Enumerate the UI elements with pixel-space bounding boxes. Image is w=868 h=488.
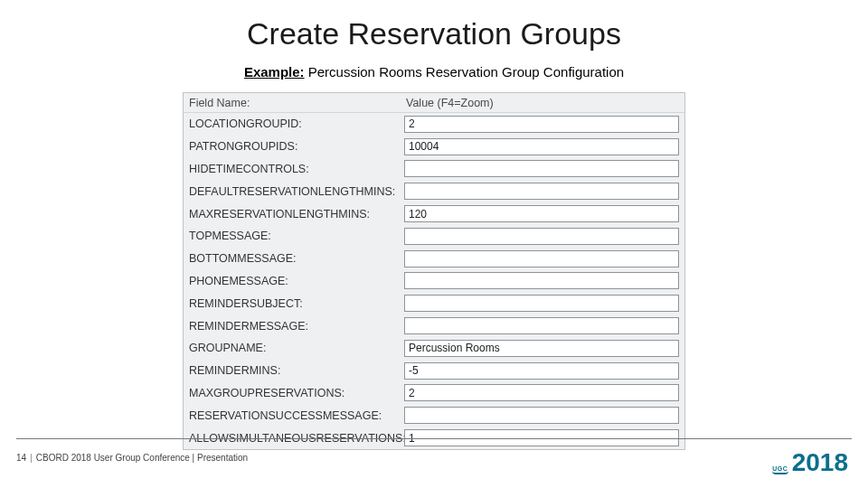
form-header: Field Name: Value (F4=Zoom) bbox=[184, 93, 684, 113]
field-value-input[interactable] bbox=[404, 116, 679, 133]
field-value-input[interactable] bbox=[404, 340, 679, 357]
field-value-cell bbox=[401, 228, 684, 245]
field-value-cell bbox=[401, 384, 684, 401]
field-name: RESERVATIONSUCCESSMESSAGE: bbox=[184, 409, 401, 422]
field-name: REMINDERMESSAGE: bbox=[184, 320, 401, 333]
slide-title: Create Reservation Groups bbox=[0, 16, 868, 52]
field-value-cell bbox=[401, 205, 684, 222]
field-name: MAXGROUPRESERVATIONS: bbox=[184, 387, 401, 399]
subtitle-prefix: Example: bbox=[244, 64, 305, 80]
ugc-mark: UGC bbox=[772, 465, 788, 474]
form-row: TOPMESSAGE: bbox=[184, 225, 684, 248]
field-name: DEFAULTRESERVATIONLENGTHMINS: bbox=[184, 185, 401, 198]
field-value-cell bbox=[401, 138, 684, 155]
header-value: Value (F4=Zoom) bbox=[401, 97, 684, 109]
field-value-input[interactable] bbox=[404, 250, 679, 267]
field-value-input[interactable] bbox=[404, 362, 679, 380]
header-field-name: Field Name: bbox=[184, 97, 401, 109]
field-value-input[interactable] bbox=[404, 407, 679, 424]
field-value-cell bbox=[401, 362, 684, 380]
footer-sep: | bbox=[26, 453, 36, 463]
field-name: PHONEMESSAGE: bbox=[184, 275, 401, 287]
form-row: PATRONGROUPIDS: bbox=[184, 136, 684, 158]
field-value-input[interactable] bbox=[404, 228, 679, 245]
field-value-input[interactable] bbox=[404, 138, 679, 155]
field-name: REMINDERSUBJECT: bbox=[184, 297, 401, 310]
slide: Create Reservation Groups Example: Percu… bbox=[0, 0, 868, 488]
field-name: BOTTOMMESSAGE: bbox=[184, 252, 401, 265]
field-value-cell bbox=[401, 317, 684, 334]
field-value-cell bbox=[401, 183, 684, 200]
field-value-input[interactable] bbox=[404, 272, 679, 289]
form-row: REMINDERSUBJECT: bbox=[184, 292, 684, 314]
logo-year: 2018 bbox=[792, 450, 848, 475]
slide-subtitle: Example: Percussion Rooms Reservation Gr… bbox=[0, 64, 868, 80]
config-form: Field Name: Value (F4=Zoom) LOCATIONGROU… bbox=[183, 92, 685, 450]
footer-label: CBORD 2018 User Group Conference | Prese… bbox=[36, 453, 248, 463]
form-row: BOTTOMMESSAGE: bbox=[184, 248, 684, 270]
field-name: GROUPNAME: bbox=[184, 342, 401, 354]
field-name: LOCATIONGROUPID: bbox=[184, 117, 401, 130]
ugc-2018-logo: UGC 2018 bbox=[772, 450, 848, 475]
page-number: 14 bbox=[16, 453, 26, 463]
field-name: TOPMESSAGE: bbox=[184, 230, 401, 242]
form-row: REMINDERMESSAGE: bbox=[184, 314, 684, 337]
field-value-cell bbox=[401, 116, 684, 133]
form-row: PHONEMESSAGE: bbox=[184, 270, 684, 293]
field-name: MAXRESERVATIONLENGTHMINS: bbox=[184, 208, 401, 221]
form-row: DEFAULTRESERVATIONLENGTHMINS: bbox=[184, 180, 684, 202]
field-value-input[interactable] bbox=[404, 295, 679, 312]
footer-text: 14|CBORD 2018 User Group Conference | Pr… bbox=[16, 453, 248, 463]
field-value-cell bbox=[401, 160, 684, 177]
field-name: REMINDERMINS: bbox=[184, 364, 401, 377]
footer-rule bbox=[16, 438, 852, 439]
field-value-cell bbox=[401, 250, 684, 267]
field-value-input[interactable] bbox=[404, 160, 679, 177]
field-value-input[interactable] bbox=[404, 183, 679, 200]
field-value-input[interactable] bbox=[404, 317, 679, 334]
field-name: PATRONGROUPIDS: bbox=[184, 140, 401, 153]
subtitle-rest: Percussion Rooms Reservation Group Confi… bbox=[305, 64, 625, 80]
field-value-cell bbox=[401, 272, 684, 289]
form-row: GROUPNAME: bbox=[184, 337, 684, 360]
field-value-input[interactable] bbox=[404, 205, 679, 222]
form-rows: LOCATIONGROUPID:PATRONGROUPIDS:HIDETIMEC… bbox=[184, 113, 684, 449]
field-value-cell bbox=[401, 295, 684, 312]
field-value-cell bbox=[401, 340, 684, 357]
form-row: RESERVATIONSUCCESSMESSAGE: bbox=[184, 404, 684, 427]
field-value-cell bbox=[401, 407, 684, 424]
field-value-input[interactable] bbox=[404, 384, 679, 401]
field-name: HIDETIMECONTROLS: bbox=[184, 163, 401, 175]
form-row: LOCATIONGROUPID: bbox=[184, 113, 684, 136]
form-row: HIDETIMECONTROLS: bbox=[184, 158, 684, 181]
form-row: REMINDERMINS: bbox=[184, 360, 684, 382]
form-row: MAXGROUPRESERVATIONS: bbox=[184, 382, 684, 405]
ugc-arc-icon bbox=[772, 471, 788, 474]
form-row: MAXRESERVATIONLENGTHMINS: bbox=[184, 202, 684, 225]
